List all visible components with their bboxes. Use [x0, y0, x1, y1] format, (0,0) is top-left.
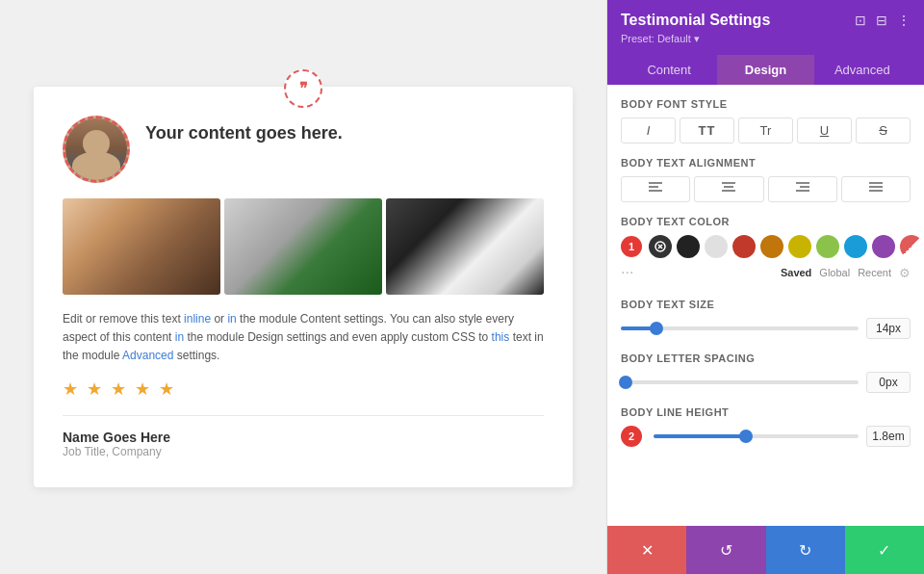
text-size-slider-row — [621, 318, 911, 339]
text-size-thumb[interactable] — [650, 322, 663, 335]
color-swatch-purple[interactable] — [872, 235, 895, 258]
svg-rect-1 — [649, 186, 658, 188]
star-rating: ★ ★ ★ ★ ★ — [63, 378, 544, 400]
color-section: Body Text Color 1 ··· Saved Global — [621, 216, 911, 289]
color-swatches-row: 1 — [621, 235, 911, 258]
save-button[interactable]: ✓ — [845, 526, 924, 574]
color-global[interactable]: Global — [819, 267, 850, 278]
svg-rect-6 — [722, 190, 735, 192]
divider — [63, 415, 544, 416]
tab-content[interactable]: Content — [621, 55, 717, 85]
letter-spacing-value[interactable] — [866, 372, 911, 393]
color-swatch-mixed[interactable] — [900, 235, 923, 258]
inline-link-2[interactable]: in — [227, 312, 236, 326]
svg-rect-8 — [796, 182, 809, 184]
text-size-label: Body Text Size — [621, 299, 911, 310]
font-btn-capitalize[interactable]: Tr — [738, 117, 793, 144]
settings-title: Testimonial Settings — [621, 12, 770, 29]
text-size-value[interactable] — [866, 318, 911, 339]
color-swatch-green[interactable] — [816, 235, 839, 258]
line-height-section: Body Line Height 2 — [621, 406, 911, 447]
settings-body: Body Font Style I TT Tr U S Body Text Al… — [607, 85, 924, 526]
left-panel: ❞ Your content goes here. Edit or remove… — [0, 0, 606, 574]
color-swatch-black[interactable] — [677, 235, 700, 258]
color-recent[interactable]: Recent — [858, 267, 891, 278]
letter-spacing-slider-row — [621, 372, 911, 393]
inline-link-3[interactable]: in — [175, 330, 184, 344]
tab-advanced[interactable]: Advanced — [814, 55, 911, 85]
svg-rect-0 — [649, 182, 662, 184]
svg-rect-5 — [724, 186, 733, 188]
author-title: Job Title, Company — [63, 445, 544, 458]
testimonial-image-2 — [224, 198, 382, 295]
line-height-thumb[interactable] — [739, 430, 753, 443]
letter-spacing-slider[interactable] — [621, 380, 859, 384]
svg-rect-9 — [800, 186, 809, 188]
color-swatch-red[interactable] — [732, 235, 756, 258]
color-saved[interactable]: Saved — [781, 267, 811, 278]
align-left-btn[interactable] — [621, 176, 690, 202]
font-btn-italic[interactable]: I — [621, 117, 676, 144]
testimonial-images — [63, 198, 544, 295]
text-size-section: Body Text Size — [621, 299, 911, 339]
color-settings-icon[interactable]: ⚙ — [899, 266, 911, 280]
font-btn-underline[interactable]: U — [797, 117, 852, 144]
font-style-label: Body Font Style — [621, 98, 911, 110]
step-badge-2: 2 — [621, 426, 642, 447]
testimonial-card: ❞ Your content goes here. Edit or remove… — [34, 87, 573, 488]
undo-button[interactable]: ↺ — [686, 526, 765, 574]
inline-link-4[interactable]: this — [492, 330, 510, 344]
step-badge-1: 1 — [621, 236, 642, 257]
line-height-fill — [654, 434, 746, 438]
align-justify-btn[interactable] — [841, 176, 911, 202]
svg-rect-13 — [869, 186, 883, 188]
testimonial-image-3 — [386, 198, 544, 295]
line-height-slider-row: 2 — [621, 426, 911, 447]
cancel-button[interactable]: ✕ — [607, 526, 686, 574]
svg-rect-2 — [649, 190, 662, 192]
letter-spacing-label: Body Letter Spacing — [621, 352, 911, 364]
avatar-person — [65, 118, 127, 180]
settings-header-top: Testimonial Settings ⊡ ⊟ ⋮ — [621, 12, 911, 29]
svg-rect-12 — [869, 182, 883, 184]
tab-design[interactable]: Design — [717, 55, 813, 85]
avatar — [63, 116, 130, 183]
color-picker-icon[interactable] — [649, 235, 672, 258]
testimonial-top: Your content goes here. — [63, 116, 544, 183]
testimonial-image-1 — [63, 198, 220, 295]
action-bar: ✕ ↺ ↻ ✓ — [607, 526, 924, 574]
line-height-label: Body Line Height — [621, 406, 911, 418]
settings-header: Testimonial Settings ⊡ ⊟ ⋮ Preset: Defau… — [607, 0, 924, 85]
color-swatch-yellow[interactable] — [788, 235, 811, 258]
testimonial-body: Edit or remove this text inline or in th… — [63, 310, 544, 366]
inline-link-1[interactable]: inline — [184, 312, 211, 326]
alignment-row — [621, 176, 911, 202]
align-right-btn[interactable] — [768, 176, 837, 202]
letter-spacing-thumb[interactable] — [619, 376, 632, 389]
text-size-slider[interactable] — [621, 326, 859, 330]
text-color-label: Body Text Color — [621, 216, 911, 227]
svg-rect-14 — [869, 190, 883, 192]
inline-link-5[interactable]: Advanced — [122, 349, 173, 362]
quote-icon: ❞ — [284, 69, 322, 108]
redo-button[interactable]: ↻ — [766, 526, 845, 574]
color-footer: ··· Saved Global Recent ⚙ — [621, 262, 911, 289]
testimonial-title-wrapper: Your content goes here. — [145, 116, 343, 144]
color-swatch-light[interactable] — [705, 235, 728, 258]
line-height-value[interactable] — [866, 426, 911, 447]
color-more-dots[interactable]: ··· — [621, 264, 633, 281]
font-btn-strikethrough[interactable]: S — [856, 117, 911, 144]
minimize-icon[interactable]: ⊡ — [855, 13, 866, 28]
color-swatch-blue[interactable] — [844, 235, 867, 258]
quote-icon-container: ❞ — [284, 69, 322, 108]
svg-rect-4 — [722, 182, 735, 184]
color-swatch-orange[interactable] — [760, 235, 783, 258]
font-style-row: I TT Tr U S — [621, 117, 911, 144]
split-icon[interactable]: ⊟ — [876, 13, 887, 28]
preset-label[interactable]: Preset: Default ▾ — [621, 33, 911, 45]
text-alignment-label: Body Text Alignment — [621, 157, 911, 169]
more-icon[interactable]: ⋮ — [897, 13, 911, 28]
align-center-btn[interactable] — [694, 176, 763, 202]
line-height-slider[interactable] — [654, 434, 859, 438]
font-btn-uppercase[interactable]: TT — [680, 117, 734, 144]
